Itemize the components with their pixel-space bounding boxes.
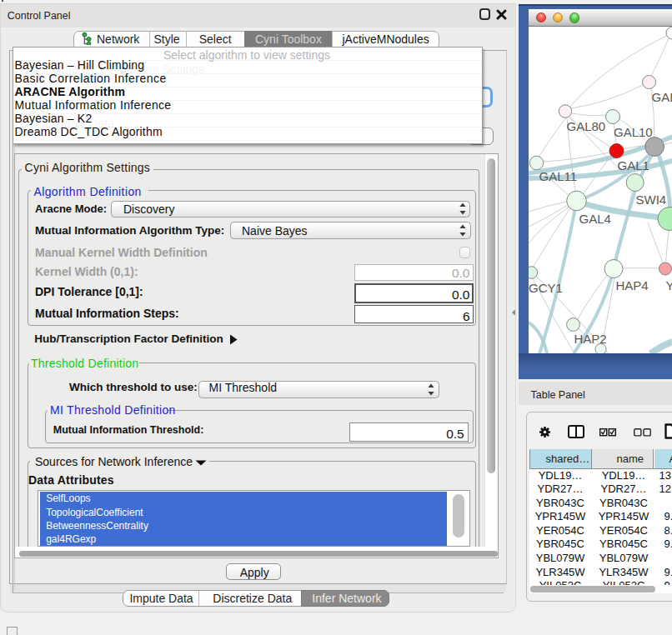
- svg-text:SWI4: SWI4: [635, 192, 666, 206]
- svg-text:HAP4: HAP4: [615, 278, 648, 292]
- svg-text:GAL4: GAL4: [579, 211, 610, 225]
- svg-text:HAP2: HAP2: [574, 331, 606, 345]
- svg-text:GAL7: GAL7: [651, 89, 672, 103]
- svg-text:GAL10: GAL10: [614, 125, 653, 139]
- svg-text:GAL80: GAL80: [566, 118, 605, 132]
- svg-text:GAL11: GAL11: [539, 168, 577, 182]
- svg-text:GAL1: GAL1: [617, 158, 649, 172]
- svg-text:YMR: YMR: [665, 278, 672, 292]
- svg-text:GCY1: GCY1: [529, 280, 563, 294]
